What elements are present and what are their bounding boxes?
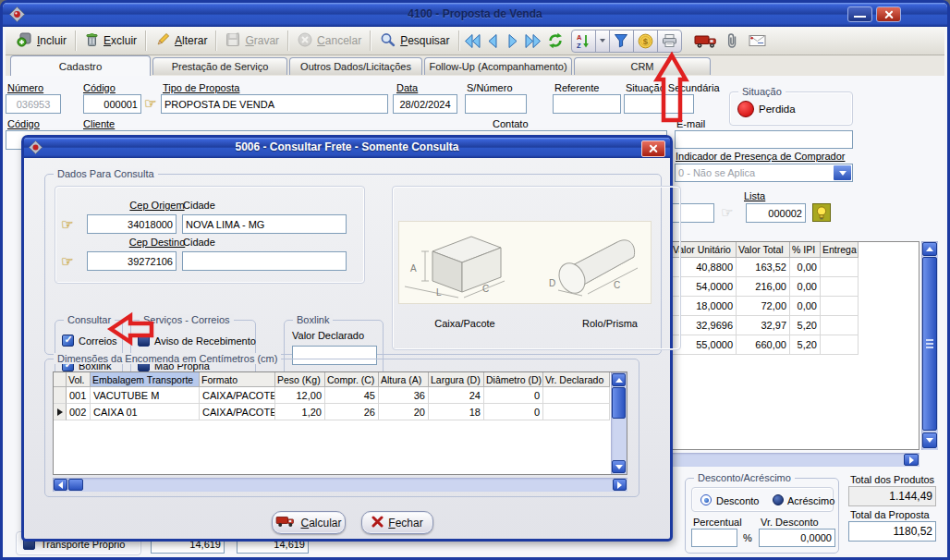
scroll-thumb[interactable] <box>612 387 626 419</box>
filter-button[interactable] <box>609 30 634 53</box>
table-row[interactable]: 54,0000 216,00 0,00 <box>671 277 919 297</box>
email-icon[interactable] <box>745 30 771 52</box>
tab-cadastro[interactable]: Cadastro <box>10 55 151 76</box>
cep-destino-field[interactable]: 39272106 <box>87 251 177 271</box>
items-hscrollbar[interactable] <box>670 453 920 467</box>
data-field[interactable]: 28/02/2024 <box>393 94 457 114</box>
correios-checkbox[interactable] <box>62 335 74 347</box>
close-button[interactable] <box>876 6 901 22</box>
table-row[interactable]: 002 CAIXA 01 CAIXA/PACOTE 1,20 26 20 18 … <box>54 404 627 420</box>
scroll-left-button[interactable] <box>54 479 67 491</box>
scroll-down-button[interactable] <box>922 432 937 448</box>
table-row[interactable]: 001 VACUTUBE M CAIXA/PACOTE 12,00 45 36 … <box>54 387 627 404</box>
excluir-button[interactable]: Excluir <box>79 30 143 52</box>
total-produtos-label: Total dos Produtos <box>850 474 934 485</box>
column-header[interactable]: Formato <box>200 372 275 387</box>
scroll-up-button[interactable] <box>922 242 937 256</box>
total-proposta-field[interactable]: 1180,52 <box>848 521 936 542</box>
lista-field[interactable]: 000002 <box>746 203 806 223</box>
column-header[interactable]: Valor Total <box>737 242 790 258</box>
first-record-button[interactable] <box>462 31 482 51</box>
indicador-dropdown[interactable]: 0 - Não se Aplica <box>675 164 853 182</box>
scroll-down-button[interactable] <box>612 460 626 473</box>
refresh-button[interactable] <box>543 31 567 51</box>
cidade-origem-field[interactable]: NOVA LIMA - MG <box>182 214 347 234</box>
cidade-destino-label: Cidade <box>183 237 215 248</box>
cell: 1,20 <box>275 404 325 420</box>
aviso-recebimento-checkbox[interactable] <box>138 335 150 347</box>
freight-truck-button[interactable] <box>693 30 719 52</box>
column-header[interactable]: Peso (Kg) <box>275 372 325 387</box>
hand-pointer-icon[interactable]: ☞ <box>144 96 156 110</box>
table-row[interactable]: 18,0000 72,00 0,00 <box>671 297 919 316</box>
hand-pointer-icon[interactable]: ☞ <box>721 205 733 219</box>
table-row[interactable]: 32,9696 32,97 5,20 <box>671 316 919 335</box>
next-record-button[interactable] <box>503 31 523 51</box>
column-header[interactable]: Largura (D) <box>429 372 484 387</box>
pesquisar-button[interactable]: Pesquisar <box>373 30 456 52</box>
attachment-icon[interactable] <box>719 30 745 52</box>
situacao-secundaria-field[interactable] <box>624 94 694 114</box>
scroll-thumb[interactable] <box>922 257 937 431</box>
scroll-right-button[interactable] <box>613 479 627 491</box>
email-field[interactable] <box>675 130 853 149</box>
dimensoes-hscrollbar[interactable] <box>53 478 627 492</box>
numero-field[interactable]: 036953 <box>6 94 61 114</box>
scroll-up-button[interactable] <box>612 373 626 386</box>
items-vscrollbar[interactable] <box>921 241 938 450</box>
cell <box>821 316 859 335</box>
column-header[interactable]: Vr. Declarado <box>543 372 610 387</box>
app-window: 4100 - Proposta de Venda Incluir Excluir… <box>0 0 950 560</box>
hand-pointer-icon[interactable]: ☞ <box>61 217 73 231</box>
tab-prestacao-servico[interactable]: Prestação de Serviço <box>152 57 287 75</box>
toolbar-separator <box>75 30 77 51</box>
previous-record-button[interactable] <box>482 31 503 51</box>
tab-crm[interactable]: CRM <box>574 57 711 75</box>
column-header[interactable]: Altura (A) <box>379 372 429 387</box>
dimensoes-vscrollbar[interactable] <box>611 372 627 474</box>
cidade-destino-field[interactable] <box>182 251 347 271</box>
codigo-field[interactable]: 000001 <box>83 94 141 114</box>
scroll-thumb[interactable] <box>68 479 83 491</box>
last-record-button[interactable] <box>523 31 543 51</box>
dados-consulta-title: Dados Para Consulta <box>54 168 158 179</box>
minimize-button[interactable] <box>847 6 872 22</box>
column-header[interactable]: Vol. <box>67 372 91 387</box>
acrescimo-radio[interactable] <box>773 494 784 505</box>
vr-desconto-field[interactable]: 0,0000 <box>759 529 835 547</box>
currency-button[interactable]: $ <box>633 30 658 53</box>
sort-dropdown-button[interactable] <box>595 30 610 53</box>
tab-follow-up[interactable]: Follow-Up (Acompanhamento) <box>424 57 572 75</box>
incluir-button[interactable]: Incluir <box>10 30 73 52</box>
snumero-field[interactable] <box>465 94 527 114</box>
consultar-title: Consultar <box>64 314 115 325</box>
gravar-button[interactable]: Gravar <box>219 30 286 52</box>
table-row[interactable]: 40,8800 163,52 0,00 <box>671 258 919 277</box>
calcular-button[interactable]: Calcular <box>272 511 346 534</box>
column-header[interactable]: Embalagem Transporte <box>91 372 200 387</box>
referente-field[interactable] <box>553 94 621 114</box>
hand-pointer-icon[interactable]: ☞ <box>61 254 73 268</box>
fechar-button[interactable]: Fechar <box>361 511 433 534</box>
table-row[interactable]: 55,0000 660,00 5,20 <box>671 335 919 355</box>
tab-outros-dados[interactable]: Outros Dados/Licitações <box>289 57 422 75</box>
dialog-close-button[interactable] <box>641 140 665 157</box>
items-grid-header: Valor Unitário Valor Total % IPI Entrega <box>671 242 919 258</box>
sort-button[interactable]: AZ <box>571 30 596 53</box>
column-header[interactable]: Compr. (C) <box>325 372 379 387</box>
cancelar-button[interactable]: Cancelar <box>291 30 368 52</box>
caixa-pacote-label: Caixa/Pacote <box>409 318 520 329</box>
scroll-right-button[interactable] <box>904 454 919 466</box>
column-header[interactable]: Entrega <box>821 242 859 258</box>
desconto-radio[interactable] <box>700 494 712 505</box>
column-header[interactable]: % IPI <box>790 242 821 258</box>
alterar-button[interactable]: Alterar <box>149 30 213 52</box>
percentual-field[interactable] <box>691 529 737 547</box>
chevron-down-icon[interactable] <box>834 165 851 180</box>
cep-origem-field[interactable]: 34018000 <box>87 214 177 234</box>
tipo-proposta-field[interactable]: PROPOSTA DE VENDA <box>161 94 388 114</box>
cell: 0,00 <box>790 277 821 297</box>
column-header[interactable]: Diâmetro (D) <box>484 372 543 387</box>
lightbulb-icon[interactable] <box>812 203 831 225</box>
print-button[interactable] <box>657 30 682 53</box>
